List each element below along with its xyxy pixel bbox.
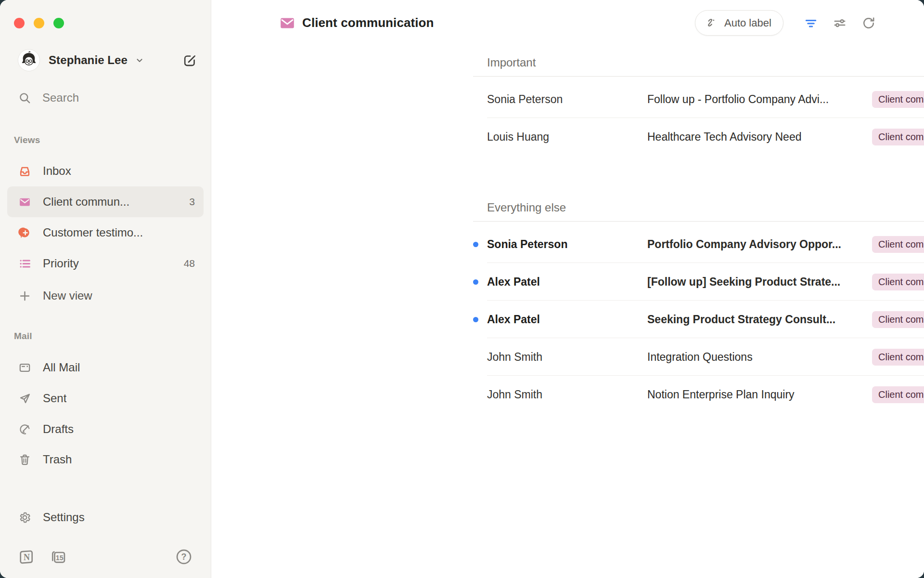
email-sender: Sonia Peterson — [487, 238, 647, 251]
email-row[interactable]: Sonia Peterson Follow up - Portfolio Com… — [473, 80, 924, 118]
main-content: Client communication Auto label — [212, 0, 924, 578]
envelope-icon — [18, 196, 31, 209]
label-badge[interactable]: Client communic... — [872, 274, 924, 290]
sidebar-footer: N 15 ? — [18, 548, 192, 565]
auto-label-button[interactable]: Auto label — [695, 10, 783, 36]
email-subject: Follow up - Portfolio Company Advi... — [647, 93, 872, 106]
help-icon[interactable]: ? — [175, 548, 192, 565]
email-sender: John Smith — [487, 351, 647, 364]
page-title: Client communication — [302, 15, 434, 30]
sidebar-item-drafts[interactable]: Drafts — [7, 414, 204, 445]
view-count: 3 — [189, 196, 195, 208]
sidebar-item-label: Trash — [43, 453, 72, 466]
label-badge[interactable]: Client communic... — [872, 129, 924, 145]
sidebar-item-client-communication[interactable]: Client commun... 3 — [7, 186, 204, 217]
sidebar-item-label: Inbox — [43, 164, 71, 178]
sidebar-item-customer-testimonials[interactable]: Customer testimo... — [7, 217, 204, 248]
label-badge[interactable]: Client communic... — [872, 349, 924, 366]
app-window: Stephanie Lee Search Views — [0, 0, 924, 578]
email-row[interactable]: Sonia Peterson Portfolio Company Advisor… — [473, 225, 924, 263]
sidebar-item-inbox[interactable]: Inbox — [7, 156, 204, 186]
calendar-icon[interactable]: 15 — [50, 548, 67, 565]
label-badge[interactable]: Client communic... — [872, 236, 924, 253]
label-badge[interactable]: Client communic... — [872, 91, 924, 108]
email-row[interactable]: Louis Huang Healthcare Tech Advisory Nee… — [473, 118, 924, 156]
section-divider — [473, 221, 924, 222]
email-sender: Louis Huang — [487, 131, 647, 144]
trash-icon — [18, 453, 31, 466]
section-divider — [473, 76, 924, 77]
email-subject: Seeking Product Strategy Consult... — [647, 313, 872, 326]
sidebar-item-priority[interactable]: Priority 48 — [7, 248, 204, 279]
filter-icon[interactable] — [802, 14, 820, 32]
sidebar: Stephanie Lee Search Views — [0, 0, 211, 578]
section-title: Important — [487, 55, 924, 70]
refresh-icon[interactable] — [860, 14, 878, 32]
sidebar-item-label: Settings — [43, 511, 85, 524]
email-subject: [Follow up] Seeking Product Strate... — [647, 276, 872, 289]
email-sender: John Smith — [487, 388, 647, 401]
chevron-down-icon — [134, 55, 145, 66]
sidebar-item-label: All Mail — [43, 361, 80, 374]
section-everything-else: Everything else Sonia Peterson Portfolio… — [473, 200, 924, 413]
view-header: Client communication Auto label — [212, 0, 924, 46]
sidebar-item-label: Customer testimo... — [43, 226, 143, 239]
plus-icon — [18, 289, 31, 302]
email-row[interactable]: John Smith Integration Questions Client … — [473, 338, 924, 376]
svg-text:?: ? — [181, 552, 187, 562]
unread-dot — [473, 242, 478, 247]
drafts-icon — [18, 423, 31, 436]
auto-label-text: Auto label — [724, 17, 771, 29]
auto-label-icon — [705, 16, 718, 29]
zoom-window-button[interactable] — [53, 18, 64, 28]
label-badge[interactable]: Client communic... — [872, 386, 924, 403]
sidebar-item-label: New view — [43, 289, 92, 302]
mail-section-label: Mail — [14, 331, 32, 342]
email-row[interactable]: John Smith Notion Enterprise Plan Inquir… — [473, 376, 924, 413]
email-subject: Portfolio Company Advisory Oppor... — [647, 238, 872, 251]
section-important: Important Sonia Peterson Follow up - Por… — [473, 55, 924, 156]
email-subject: Healthcare Tech Advisory Need — [647, 131, 872, 144]
sidebar-item-label: Drafts — [43, 422, 74, 436]
inbox-icon — [18, 165, 31, 178]
email-row[interactable]: Alex Patel Seeking Product Strategy Cons… — [473, 301, 924, 338]
sidebar-item-label: Client commun... — [43, 195, 129, 209]
svg-text:N: N — [24, 552, 30, 562]
email-list: Important Sonia Peterson Follow up - Por… — [473, 55, 924, 413]
section-title: Everything else — [487, 200, 924, 215]
chat-plus-icon — [18, 226, 31, 239]
window-controls — [14, 18, 64, 28]
email-sender: Sonia Peterson — [487, 93, 647, 106]
notion-logo-icon[interactable]: N — [18, 548, 35, 565]
avatar — [18, 49, 40, 71]
sent-icon — [18, 392, 31, 405]
close-window-button[interactable] — [14, 18, 25, 28]
label-badge[interactable]: Client communic... — [872, 311, 924, 328]
sidebar-item-label: Sent — [43, 392, 66, 405]
sidebar-item-new-view[interactable]: New view — [7, 280, 204, 311]
display-settings-icon[interactable] — [831, 14, 849, 32]
search-icon — [18, 92, 31, 105]
all-mail-icon — [18, 361, 31, 374]
user-name: Stephanie Lee — [49, 53, 128, 67]
email-sender: Alex Patel — [487, 276, 647, 289]
sidebar-item-label: Priority — [43, 257, 79, 270]
unread-dot — [473, 279, 478, 285]
view-count: 48 — [184, 258, 195, 269]
sidebar-item-sent[interactable]: Sent — [7, 383, 204, 414]
email-row[interactable]: Alex Patel [Follow up] Seeking Product S… — [473, 263, 924, 301]
search-input[interactable]: Search — [18, 86, 197, 110]
search-placeholder: Search — [42, 91, 79, 105]
priority-list-icon — [18, 257, 31, 270]
sidebar-item-trash[interactable]: Trash — [7, 444, 204, 475]
minimize-window-button[interactable] — [34, 18, 44, 28]
account-switcher[interactable]: Stephanie Lee — [18, 48, 197, 72]
gear-icon — [18, 511, 31, 524]
sidebar-item-all-mail[interactable]: All Mail — [7, 352, 204, 383]
compose-icon[interactable] — [182, 53, 197, 68]
sidebar-item-settings[interactable]: Settings — [7, 502, 204, 533]
unread-dot — [473, 317, 478, 322]
email-subject: Notion Enterprise Plan Inquiry — [647, 388, 872, 401]
email-subject: Integration Questions — [647, 351, 872, 364]
email-sender: Alex Patel — [487, 313, 647, 326]
